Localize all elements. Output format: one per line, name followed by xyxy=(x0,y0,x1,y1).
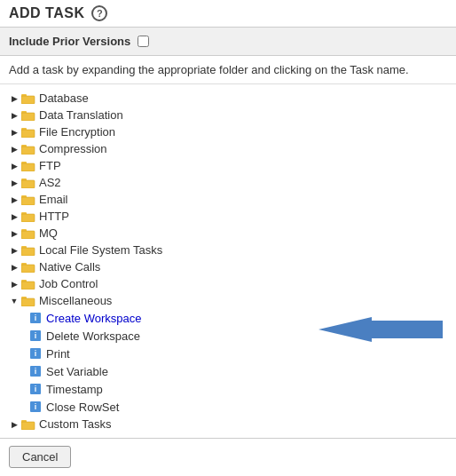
svg-text:i: i xyxy=(35,402,37,411)
tree-item-label-miscellaneous: Miscellaneous xyxy=(39,294,112,307)
tree-item-label-timestamp: Timestamp xyxy=(46,383,103,396)
tree-item-mq[interactable]: ▶ MQ xyxy=(9,225,447,242)
tree-item-label-ftp: FTP xyxy=(39,159,61,172)
tree-item-label-mq: MQ xyxy=(39,226,58,240)
tree-item-job-control[interactable]: ▶ Job Control xyxy=(9,275,447,292)
expand-arrow-data-translation: ▶ xyxy=(9,110,20,121)
tree-item-label-data-translation: Data Translation xyxy=(39,108,123,122)
expand-arrow-miscellaneous: ▼ xyxy=(9,296,20,306)
expand-arrow-job-control: ▶ xyxy=(9,279,20,290)
expand-arrow-as2: ▶ xyxy=(9,178,20,188)
expand-arrow-ftp: ▶ xyxy=(9,161,20,171)
tree-item-label-delete-workspace: Delete Workspace xyxy=(46,329,140,343)
task-icon-set-variable: i xyxy=(28,364,43,378)
help-icon[interactable]: ? xyxy=(91,5,107,21)
tree-container: ▶ Database ▶ Data Translation ▶ xyxy=(0,84,456,438)
expand-arrow-compression: ▶ xyxy=(9,144,20,155)
svg-text:i: i xyxy=(35,349,37,358)
folder-icon-database xyxy=(21,92,35,104)
expand-arrow-database: ▶ xyxy=(9,93,20,104)
folder-icon-data-translation xyxy=(21,109,35,121)
folder-icon-custom-tasks xyxy=(21,418,35,430)
include-prior-section: Include Prior Versions xyxy=(0,28,456,56)
tree-item-database[interactable]: ▶ Database xyxy=(9,90,447,107)
task-icon-close-rowset: i xyxy=(28,400,43,414)
cancel-button[interactable]: Cancel xyxy=(9,446,71,468)
folder-icon-miscellaneous xyxy=(21,295,35,306)
description-text: Add a task by expanding the appropriate … xyxy=(0,56,456,84)
tree-item-label-as2: AS2 xyxy=(39,176,61,189)
tree-item-label-local-file-system: Local File System Tasks xyxy=(39,243,162,257)
tree-item-miscellaneous[interactable]: ▼ Miscellaneous xyxy=(9,292,447,309)
folder-icon-native-calls xyxy=(21,261,35,273)
expand-arrow-custom-tasks: ▶ xyxy=(9,419,20,430)
svg-text:i: i xyxy=(35,367,37,376)
add-task-header: ADD TASK ? xyxy=(0,0,456,28)
task-icon-timestamp: i xyxy=(28,382,43,396)
expand-arrow-email: ▶ xyxy=(9,194,20,205)
tree-item-as2[interactable]: ▶ AS2 xyxy=(9,174,447,191)
include-prior-checkbox[interactable] xyxy=(138,36,149,47)
svg-text:i: i xyxy=(35,331,37,340)
tree-item-label-email: Email xyxy=(39,193,68,206)
folder-icon-email xyxy=(21,194,35,205)
tree-item-set-variable[interactable]: i Set Variable xyxy=(28,362,447,380)
tree-item-ftp[interactable]: ▶ FTP xyxy=(9,157,447,174)
tree-item-data-translation[interactable]: ▶ Data Translation xyxy=(9,107,447,123)
tree-item-label-http: HTTP xyxy=(39,210,69,223)
tree-item-custom-tasks[interactable]: ▶ Custom Tasks xyxy=(9,416,447,432)
include-prior-label: Include Prior Versions xyxy=(9,35,130,48)
folder-icon-local-file-system xyxy=(21,244,35,256)
folder-icon-job-control xyxy=(21,278,35,290)
footer: Cancel xyxy=(0,438,456,475)
tree-item-email[interactable]: ▶ Email xyxy=(9,191,447,208)
tree-item-label-print: Print xyxy=(46,347,70,361)
miscellaneous-children: i Create Workspace i Delete Workspace xyxy=(28,309,447,416)
miscellaneous-section: ▼ Miscellaneous i xyxy=(9,292,447,416)
tree-item-label-close-rowset: Close RowSet xyxy=(46,401,119,414)
svg-text:i: i xyxy=(35,313,37,322)
tree-item-compression[interactable]: ▶ Compression xyxy=(9,140,447,157)
tree-item-label-custom-tasks: Custom Tasks xyxy=(39,417,111,431)
expand-arrow-mq: ▶ xyxy=(9,228,20,239)
task-icon-print: i xyxy=(28,346,43,361)
tree-item-label-compression: Compression xyxy=(39,142,107,155)
tree-item-label-file-encryption: File Encryption xyxy=(39,125,115,139)
tree-item-local-file-system[interactable]: ▶ Local File System Tasks xyxy=(9,242,447,258)
folder-icon-mq xyxy=(21,227,35,239)
tree-item-label-set-variable: Set Variable xyxy=(46,365,108,378)
tree-item-close-rowset[interactable]: i Close RowSet xyxy=(28,398,447,416)
svg-text:i: i xyxy=(35,385,37,393)
folder-icon-http xyxy=(21,210,35,222)
task-icon-create-workspace: i xyxy=(28,311,43,325)
expand-arrow-http: ▶ xyxy=(9,211,20,222)
expand-arrow-file-encryption: ▶ xyxy=(9,127,20,138)
tree-item-native-calls[interactable]: ▶ Native Calls xyxy=(9,258,447,275)
task-icon-delete-workspace: i xyxy=(28,329,43,343)
tree-item-label-database: Database xyxy=(39,91,89,105)
tree-item-label-native-calls: Native Calls xyxy=(39,260,100,274)
tree-item-print[interactable]: i Print xyxy=(28,345,447,362)
tree-item-label-job-control: Job Control xyxy=(39,277,98,290)
tree-item-timestamp[interactable]: i Timestamp xyxy=(28,380,447,398)
tree-item-http[interactable]: ▶ HTTP xyxy=(9,208,447,225)
expand-arrow-local-file-system: ▶ xyxy=(9,245,20,256)
tree-item-create-workspace[interactable]: i Create Workspace xyxy=(28,309,447,327)
folder-icon-compression xyxy=(21,143,35,155)
folder-icon-file-encryption xyxy=(21,126,35,138)
tree-item-delete-workspace[interactable]: i Delete Workspace xyxy=(28,327,447,345)
folder-icon-as2 xyxy=(21,177,35,188)
folder-icon-ftp xyxy=(21,160,35,171)
tree-item-label-create-workspace: Create Workspace xyxy=(46,312,141,325)
tree-item-file-encryption[interactable]: ▶ File Encryption xyxy=(9,123,447,140)
page-title: ADD TASK xyxy=(9,5,84,21)
expand-arrow-native-calls: ▶ xyxy=(9,262,20,273)
